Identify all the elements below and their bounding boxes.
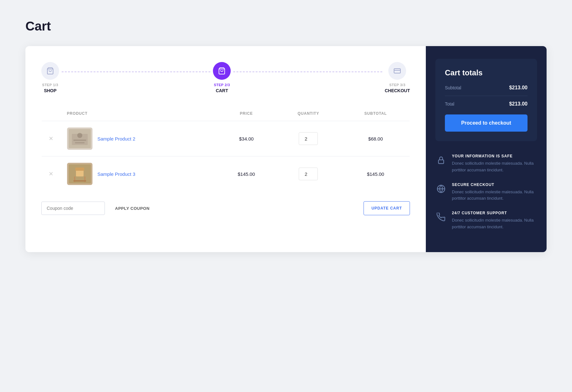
checkout-stepper: STEP 1/3 SHOP STEP 2/3 CART <box>41 62 410 93</box>
cart-wrapper: STEP 1/3 SHOP STEP 2/3 CART <box>25 46 547 252</box>
remove-cell-2: ✕ <box>42 156 61 192</box>
trust-item-support-text: 24/7 CUSTOMER SUPPORT Donec sollicitudin… <box>452 211 537 230</box>
trust-item-support-title: 24/7 CUSTOMER SUPPORT <box>452 211 537 215</box>
trust-item-safe: YOUR INFORMATION IS SAFE Donec sollicitu… <box>435 154 537 174</box>
product-image-2 <box>67 163 92 185</box>
trust-item-safe-text: YOUR INFORMATION IS SAFE Donec sollicitu… <box>452 154 537 174</box>
trust-item-safe-desc: Donec sollicitudin molestie malesuada. N… <box>452 160 537 174</box>
table-row: ✕ <box>42 156 410 192</box>
cart-sidebar: Cart totals Subtotal $213.00 Total $213.… <box>426 46 547 252</box>
proceed-to-checkout-button[interactable]: Proceed to checkout <box>445 114 528 132</box>
remove-item-1-button[interactable]: ✕ <box>49 136 53 141</box>
quantity-cell-1 <box>275 121 341 156</box>
step-1-circle <box>41 62 59 80</box>
product-name-1[interactable]: Sample Product 2 <box>98 136 135 141</box>
subtotal-label: Subtotal <box>445 85 461 90</box>
svg-rect-17 <box>439 160 444 164</box>
price-cell-1: $34.00 <box>217 121 275 156</box>
subtotal-row: Subtotal $213.00 <box>445 85 528 91</box>
product-name-2[interactable]: Sample Product 3 <box>98 171 135 177</box>
globe-icon <box>435 183 447 195</box>
cart-main-panel: STEP 1/3 SHOP STEP 2/3 CART <box>25 46 426 252</box>
step-2-circle <box>213 62 231 80</box>
bag-icon <box>46 67 54 75</box>
cart-bottom-actions: APPLY COUPON UPDATE CART <box>41 201 410 215</box>
cart-icon <box>218 67 226 75</box>
step-1-num: STEP 1/3 <box>42 83 58 87</box>
trust-item-secure-desc: Donec sollicitudin molestie malesuada. N… <box>452 189 537 202</box>
col-quantity: QUANTITY <box>275 106 341 121</box>
coupon-input[interactable] <box>41 202 105 215</box>
svg-rect-2 <box>394 69 400 73</box>
subtotal-value: $213.00 <box>509 85 528 91</box>
step-1-group: STEP 1/3 SHOP <box>41 62 59 93</box>
svg-point-7 <box>77 133 82 138</box>
update-cart-button[interactable]: UPDATE CART <box>364 201 410 215</box>
step-3-circle <box>388 62 406 80</box>
credit-card-icon <box>393 67 401 75</box>
lock-icon <box>435 155 447 166</box>
col-product: PRODUCT <box>61 106 218 121</box>
remove-item-2-button[interactable]: ✕ <box>49 171 53 177</box>
remove-cell-1: ✕ <box>42 121 61 156</box>
product-image-1 <box>67 127 92 150</box>
trust-items-list: YOUR INFORMATION IS SAFE Donec sollicitu… <box>426 151 547 252</box>
cart-totals-title: Cart totals <box>445 68 528 77</box>
col-subtotal: SUBTOTAL <box>342 106 410 121</box>
trust-item-support: 24/7 CUSTOMER SUPPORT Donec sollicitudin… <box>435 211 537 230</box>
cart-table: PRODUCT PRICE QUANTITY SUBTOTAL ✕ <box>41 106 410 192</box>
page-title: Cart <box>25 19 547 33</box>
step-3-num: STEP 3/3 <box>389 83 405 87</box>
trust-item-support-desc: Donec sollicitudin molestie malesuada. N… <box>452 217 537 230</box>
step-3-group: STEP 3/3 CHECKOUT <box>385 62 410 93</box>
totals-divider <box>445 96 528 96</box>
col-price: PRICE <box>217 106 275 121</box>
product-cell-1: Sample Product 2 <box>61 121 218 156</box>
step-2-group: STEP 2/3 CART <box>213 62 231 93</box>
trust-item-secure-text: SECURE CHECKOUT Donec sollicitudin moles… <box>452 182 537 202</box>
step-3-label: CHECKOUT <box>385 88 410 93</box>
total-row: Total $213.00 <box>445 101 528 107</box>
trust-item-secure-title: SECURE CHECKOUT <box>452 182 537 187</box>
price-cell-2: $145.00 <box>217 156 275 192</box>
quantity-cell-2 <box>275 156 341 192</box>
phone-icon <box>435 211 447 223</box>
col-remove <box>42 106 61 121</box>
step-2-label: CART <box>216 88 228 93</box>
product-info-1: Sample Product 2 <box>67 127 211 150</box>
step-line-1 <box>62 72 210 72</box>
svg-rect-16 <box>75 168 84 171</box>
svg-rect-9 <box>75 142 85 143</box>
step-2-num: STEP 2/3 <box>214 83 230 87</box>
subtotal-cell-2: $145.00 <box>342 156 410 192</box>
step-1-label: SHOP <box>44 88 57 93</box>
total-value: $213.00 <box>509 101 528 107</box>
product-info-2: Sample Product 3 <box>67 163 211 185</box>
trust-item-secure: SECURE CHECKOUT Donec sollicitudin moles… <box>435 182 537 202</box>
quantity-input-1[interactable] <box>299 132 318 145</box>
table-row: ✕ <box>42 121 410 156</box>
product-cell-2: Sample Product 3 <box>61 156 218 192</box>
cart-totals-box: Cart totals Subtotal $213.00 Total $213.… <box>435 59 537 141</box>
trust-item-safe-title: YOUR INFORMATION IS SAFE <box>452 154 537 158</box>
total-label: Total <box>445 101 454 107</box>
quantity-input-2[interactable] <box>299 168 318 180</box>
apply-coupon-button[interactable]: APPLY COUPON <box>110 202 155 215</box>
svg-rect-8 <box>73 140 86 141</box>
subtotal-cell-1: $68.00 <box>342 121 410 156</box>
svg-rect-15 <box>73 180 86 182</box>
step-line-2 <box>233 72 382 72</box>
